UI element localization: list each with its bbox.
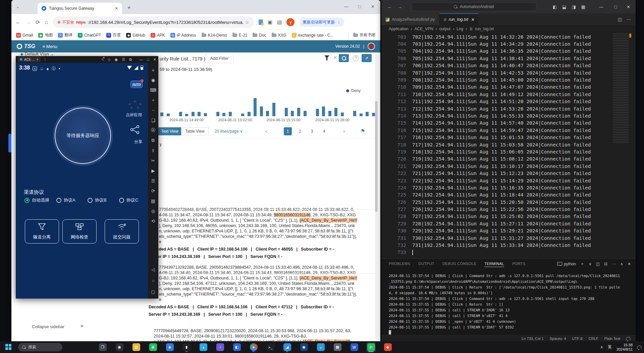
page-size-select[interactable]: 20 lines/page ∨	[215, 129, 243, 134]
panel-more-icon[interactable]: ⋯	[612, 262, 616, 266]
status-item[interactable]: UTF-8	[572, 337, 583, 341]
tab-run-log[interactable]: ≣run_log.txt✕	[439, 13, 478, 25]
bookmark-item[interactable]: ✳ChatGPT	[78, 33, 101, 38]
share-icon[interactable]	[130, 125, 140, 135]
editor-line[interactable]: 713712|192.254.94.111|Sun Aug 11 14:53:2…	[381, 105, 636, 112]
not-secure-badge[interactable]: ⊗不安全	[57, 19, 74, 25]
volume-down-icon[interactable]: －	[148, 105, 158, 115]
tab-search-icon[interactable]: ⌄	[16, 4, 19, 9]
gamepad-icon[interactable]: ◇	[108, 57, 110, 62]
editor-line[interactable]: 725724|192.254.94.111|Sun Aug 11 15:18:4…	[381, 191, 636, 198]
start-button[interactable]	[5, 344, 11, 350]
page-button[interactable]: 3	[308, 127, 316, 135]
editor[interactable]: 703702|192.254.94.111|Sun Aug 11 14:32:2…	[381, 33, 636, 256]
vscode-search-box[interactable]: AutomationAndroid	[412, 2, 536, 11]
record-screen-icon[interactable]: ◉	[148, 75, 158, 85]
breadcrumb-item[interactable]: run_log.txt	[475, 27, 494, 31]
taskbar-app-icon[interactable]: ▥	[131, 342, 141, 352]
status-item[interactable]: CRLF	[589, 337, 598, 341]
toggle-sidebar-icon[interactable]: ◧	[553, 4, 557, 9]
taskbar-app-icon[interactable]: ◕	[199, 342, 208, 352]
split-editor-icon[interactable]: ◫	[618, 17, 622, 22]
log-entry[interactable]: 779439713292288, BASE, 29059146237988454…	[159, 265, 357, 317]
status-item[interactable]: Ln 733, Col 1	[522, 337, 543, 341]
rotate-back-icon[interactable]: ⟲	[148, 216, 158, 226]
panel-tab-terminal[interactable]: TERMINAL	[484, 262, 504, 267]
auto-rotate-icon[interactable]: Ⓐ	[148, 125, 158, 135]
phone-action-button[interactable]: 提交问题	[105, 219, 139, 244]
reload-icon[interactable]: ⟳	[36, 19, 40, 26]
tab-close-icon[interactable]: ✕	[115, 6, 118, 11]
breadcrumbs[interactable]: Application›ACE_VPN›output›Log›≣ run_log…	[389, 25, 494, 33]
page-button[interactable]: 1	[284, 127, 292, 135]
taskbar-app-icon[interactable]: ◒	[316, 342, 325, 352]
editor-line[interactable]: 721720|192.254.94.111|Sun Aug 11 15:10:1…	[381, 163, 636, 170]
back-icon[interactable]: ←	[15, 19, 21, 25]
clear-filter-icon[interactable]: ✕	[333, 55, 337, 60]
new-terminal-icon[interactable]: ＋	[580, 261, 584, 267]
connect-button[interactable]: 等待服务器响应	[55, 107, 111, 164]
bookmark-item[interactable]: E-21	[232, 33, 247, 38]
share-label[interactable]: 分享	[134, 139, 142, 145]
vscode-minimize-button[interactable]: —	[599, 0, 603, 13]
prev-page-icon[interactable]: <	[265, 129, 268, 134]
editor-line[interactable]: 730729|192.254.94.111|Sun Aug 11 15:29:2…	[381, 227, 636, 234]
table-view-tab[interactable]: Table View	[181, 127, 209, 135]
toggle-secondary-sidebar-icon[interactable]: ◨	[572, 4, 576, 9]
tsg-menu-button[interactable]: ≡ Menu	[43, 44, 57, 49]
phone-action-button[interactable]: 隧道分离	[25, 219, 59, 244]
notification-icon[interactable]	[637, 346, 641, 349]
editor-line[interactable]: 703702|192.254.94.111|Sun Aug 11 14:32:2…	[381, 33, 636, 40]
filter-icon[interactable]	[324, 55, 329, 60]
breadcrumb-item[interactable]: ACE_VPN	[415, 27, 433, 31]
extensions-icon[interactable]: ▣	[268, 19, 272, 25]
taskbar-app-icon[interactable]: >_	[266, 342, 275, 352]
editor-line[interactable]: 731730|192.254.94.111|Sun Aug 11 15:31:2…	[381, 234, 636, 241]
split-terminal-icon[interactable]: ◫	[596, 262, 600, 266]
bookmark-item[interactable]: 文翻译	[58, 32, 72, 38]
capture-icon[interactable]: ⧉	[129, 57, 132, 62]
emulator-tab[interactable]: ACE ... ×	[18, 57, 41, 62]
new-tab-button[interactable]: +	[127, 5, 130, 11]
export-button[interactable]: ↗	[362, 54, 372, 62]
screenshot-crop-icon[interactable]: ✂	[148, 156, 158, 166]
toggle-panel-icon[interactable]: ⬓	[562, 4, 566, 9]
maximize-panel-icon[interactable]: ∧	[620, 262, 623, 266]
phone-action-button[interactable]: 网络检查	[62, 219, 97, 244]
editor-line[interactable]: 732731|192.254.94.111|Sun Aug 11 15:33:3…	[381, 241, 636, 249]
taskbar-app-icon[interactable]: ◉	[115, 342, 124, 352]
breadcrumb-item[interactable]: Application	[389, 27, 409, 31]
kill-terminal-icon[interactable]: ⊟	[604, 262, 607, 266]
home-icon[interactable]: ⌂	[45, 19, 48, 25]
editor-line[interactable]: 726725|192.254.94.111|Sun Aug 11 15:20:5…	[381, 198, 636, 206]
browser-close-button[interactable]: ✕	[371, 4, 375, 9]
collapse-sidebar-icon[interactable]: «	[80, 323, 84, 329]
vscode-close-button[interactable]: ✕	[627, 0, 630, 13]
browser-minimize-button[interactable]: —	[344, 4, 348, 9]
rotate-icon[interactable]: ⟳	[148, 186, 158, 196]
reading-list-icon[interactable]: ▤	[277, 19, 282, 25]
record-icon[interactable]: ◉	[115, 57, 118, 62]
address-bar[interactable]: ⊗不安全 https ://192.168.44.29/#/Log_Securi…	[53, 16, 254, 28]
bookmark-item[interactable]: MGmail	[16, 33, 33, 38]
fullscreen-icon[interactable]: ❏	[148, 115, 158, 125]
panel-tab-debug-console[interactable]: DEBUG CONSOLE	[442, 262, 476, 267]
tab-analyzeresultsbrief[interactable]: AnalyzeResultsBrief.py	[381, 13, 439, 25]
docked-panel-handle[interactable]	[8, 134, 11, 152]
breadcrumb-item[interactable]: output	[439, 27, 450, 31]
pin-icon[interactable]: ⚑	[361, 128, 365, 134]
page-scrollbar[interactable]	[375, 54, 378, 339]
terminal-profile[interactable]: >_python	[557, 262, 576, 266]
location-icon[interactable]: ◎	[148, 206, 158, 216]
status-item[interactable]: Plain Text	[604, 337, 621, 341]
terminal-output[interactable]: 2024-08-11 15:37:54 | DEBUG | Click | Co…	[389, 273, 620, 336]
android-recents-icon[interactable]: ▢	[148, 289, 158, 294]
bookmark-item[interactable]: Doc	[253, 33, 266, 38]
auto-mode-button[interactable]: AUTO	[130, 81, 143, 88]
reading-mode-icon[interactable]	[259, 19, 263, 25]
taskbar-app-icon[interactable]: ▦	[333, 342, 342, 352]
menu-icon[interactable]: ☰	[122, 57, 125, 62]
editor-line[interactable]: 729728|192.254.94.111|Sun Aug 11 15:27:1…	[381, 220, 636, 227]
editor-line[interactable]: 712711|192.254.94.111|Sun Aug 11 14:51:2…	[381, 98, 636, 105]
install-apk-icon[interactable]: ⇧	[148, 145, 158, 156]
